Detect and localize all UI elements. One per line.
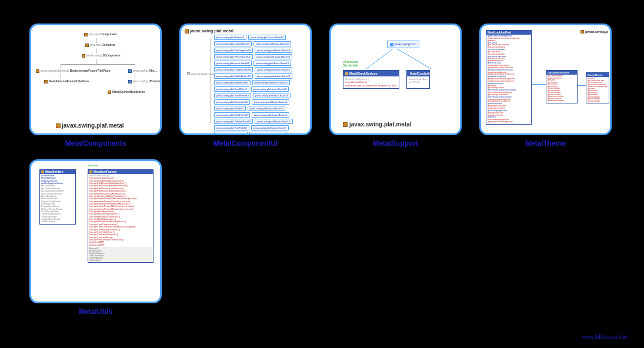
card-title: MetalComponents [65,139,126,148]
class-box-metaliconfactory: MetalIconFactory MetalIconFactory ()Icon… [88,169,154,263]
svg-line-0 [366,49,393,69]
package-label: javax.swing.plaf.metal [343,121,412,128]
class-box-metalborders: MetalBorders ButtonBorderFlush3DBorderge… [39,169,76,225]
card-metaltheme[interactable]: javax.swing.p MetalLookAndFeel getAccele… [479,24,612,148]
card-thumbnail: Serializable MetalBorders ButtonBorderFl… [29,159,162,303]
diagram-grid: java.awt.Component java.awt.Container ja… [0,0,644,322]
card-title: MetalTheme [525,139,566,148]
card-thumbnail: java.awt.Component java.awt.Container ja… [29,24,162,135]
footer-link[interactable]: www.falkhausen.de [582,334,628,340]
class-box-defaultmetaltheme: DefaultMetalTheme getControlTextFontgetM… [546,70,578,103]
card-thumbnail: javax.swing.plaf.metal javax.swing.plaf.… [179,24,312,135]
card-metalcomponents[interactable]: java.awt.Component java.awt.Container ja… [29,24,162,148]
card-metalcomponentui[interactable]: javax.swing.plaf.metal javax.swing.plaf.… [179,24,312,148]
card-metalsupport[interactable]: javax.swing.Icon UIResource Serializable… [329,24,462,148]
class-box-oceantheme: OceanTheme getBlackgetControlTextColorge… [586,72,609,103]
card-thumbnail: javax.swing.Icon UIResource Serializable… [329,24,462,135]
card-title: MetalUtils [79,307,112,316]
card-title: MetalSupport [373,139,418,148]
card-thumbnail: javax.swing.p MetalLookAndFeel getAccele… [479,24,612,135]
class-box-metallookandfeel: MetalLookAndFeel getAcceleratorForegroun… [486,30,532,125]
interfaces-label: UIResource Serializable [343,61,358,67]
svg-line-1 [397,49,431,69]
package-label: javax.swing.plaf.metal [56,122,124,129]
card-metalutils[interactable]: Serializable MetalBorders ButtonBorderFl… [29,159,162,316]
card-title: MetalComponentUI [213,139,278,148]
icon-interface: javax.swing.Icon [387,41,419,48]
